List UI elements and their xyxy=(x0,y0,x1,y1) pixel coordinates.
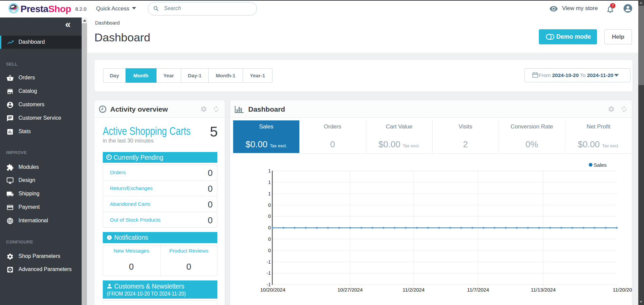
svg-text:0: 0 xyxy=(268,236,271,242)
svg-text:11/7/2024: 11/7/2024 xyxy=(467,287,489,293)
svg-text:10/20/2024: 10/20/2024 xyxy=(260,287,285,293)
svg-text:11/20/2024: 11/20/2024 xyxy=(613,287,632,293)
svg-text:1: 1 xyxy=(268,191,271,196)
svg-text:10/27/2024: 10/27/2024 xyxy=(337,287,362,293)
svg-text:-1: -1 xyxy=(267,282,271,287)
svg-text:-1: -1 xyxy=(267,259,271,265)
svg-text:0: 0 xyxy=(268,214,271,219)
svg-text:0: 0 xyxy=(268,202,271,208)
svg-text:-1: -1 xyxy=(267,270,271,276)
svg-text:1: 1 xyxy=(268,180,271,185)
svg-text:11/13/2024: 11/13/2024 xyxy=(531,287,556,293)
svg-text:0: 0 xyxy=(268,225,271,230)
svg-text:1: 1 xyxy=(268,168,271,174)
svg-text:0: 0 xyxy=(268,248,271,253)
svg-text:Sales: Sales xyxy=(594,162,607,168)
svg-text:11/2/2024: 11/2/2024 xyxy=(402,287,425,293)
